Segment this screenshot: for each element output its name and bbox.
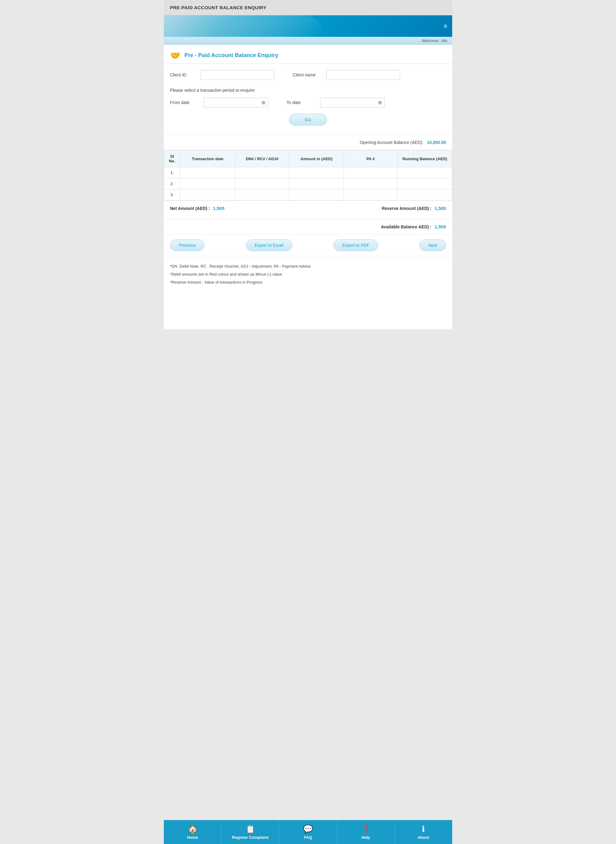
input-rb-3[interactable] xyxy=(397,189,452,200)
welcome-bar: Welcome : Abi xyxy=(164,37,452,45)
welcome-text: Welcome : Abi xyxy=(422,38,447,43)
menu-icon[interactable]: ≡ xyxy=(444,23,447,30)
net-reserve-row: Net Amount (AED) : 1,500 Reserve Amount … xyxy=(170,205,446,211)
col-dn-rc-adj: DN# / RC# / ADJ# xyxy=(235,150,289,167)
client-row: Client ID Client name xyxy=(170,70,446,80)
opening-balance-label: Opening Account Balance (AED): xyxy=(360,140,423,145)
available-balance-section: Available Balance AED) : 1,500 xyxy=(164,219,452,235)
date-row: From date ⊞ To date ⊞ xyxy=(170,98,446,107)
page-header: 🤝 Pre - Paid Account Balance Enquiry xyxy=(164,45,452,64)
opening-balance-value: 10,000.00 xyxy=(427,140,446,145)
to-calendar-icon[interactable]: ⊞ xyxy=(376,98,384,107)
net-amount-label: Net Amount (AED) : xyxy=(170,206,210,211)
cell-dn-2[interactable] xyxy=(235,178,289,189)
row-num-3: 3. xyxy=(164,189,180,200)
handshake-icon: 🤝 xyxy=(170,50,181,60)
page-title: Pre - Paid Account Balance Enquiry xyxy=(184,52,278,59)
client-name-input[interactable] xyxy=(326,70,400,80)
input-rb-2[interactable] xyxy=(397,178,452,189)
title-text: PRE-PAID ACCOUNT BALANCE ENQUIRY xyxy=(170,5,267,10)
note-3: *Reserve Amount : Value of transactions … xyxy=(170,278,446,286)
input-pa-3[interactable] xyxy=(344,189,397,200)
available-balance-label: Available Balance AED) : xyxy=(381,225,432,229)
cell-date-3[interactable] xyxy=(180,189,235,200)
note-1: *DN .Debit Note, RC . Receipt Voucher, A… xyxy=(170,263,446,270)
input-amount-3[interactable] xyxy=(289,189,343,200)
reserve-amount-value: 1,500 xyxy=(434,205,446,211)
cell-dn-1[interactable] xyxy=(235,167,289,178)
notes-section: *DN .Debit Note, RC . Receipt Voucher, A… xyxy=(164,256,452,292)
row-num-1: 1. xyxy=(164,167,180,178)
from-date-input[interactable] xyxy=(204,98,259,107)
table-row: 1. xyxy=(164,167,452,178)
col-si-no: SI No. xyxy=(164,150,180,167)
cell-amount-1[interactable] xyxy=(289,167,343,178)
col-transaction-date: Transaction date xyxy=(180,150,235,167)
main-content: 🤝 Pre - Paid Account Balance Enquiry Cli… xyxy=(164,45,452,329)
client-id-input[interactable] xyxy=(201,70,274,80)
reserve-group: Reserve Amount (AED) : 1,500 xyxy=(381,205,446,211)
go-btn-row: Go xyxy=(170,107,446,129)
table-header-row: SI No. Transaction date DN# / RC# / ADJ#… xyxy=(164,150,452,167)
table-row: 3. xyxy=(164,189,452,200)
period-label: Please select a transaction period to en… xyxy=(170,85,446,98)
reserve-amount-label: Reserve Amount (AED) : xyxy=(381,206,431,211)
from-date-label: From date xyxy=(170,100,201,105)
form-section: Client ID Client name Please select a tr… xyxy=(164,64,452,135)
input-amount-1[interactable] xyxy=(289,167,343,178)
export-pdf-button[interactable]: Export to PDF xyxy=(333,239,378,251)
to-date-label: To date xyxy=(286,100,317,105)
input-date-2[interactable] xyxy=(180,178,235,189)
next-button[interactable]: Next xyxy=(419,239,446,251)
input-date-1[interactable] xyxy=(180,167,235,178)
col-pa: PA # xyxy=(343,150,397,167)
table-row: 2. xyxy=(164,178,452,189)
cell-pa-3[interactable] xyxy=(343,189,397,200)
cell-date-2[interactable] xyxy=(180,178,235,189)
input-dn-3[interactable] xyxy=(235,189,289,200)
header-blue: ≡ xyxy=(164,15,452,37)
from-date-group: From date ⊞ xyxy=(170,98,268,107)
from-date-wrapper: ⊞ xyxy=(204,98,268,107)
input-pa-1[interactable] xyxy=(344,167,397,178)
input-dn-2[interactable] xyxy=(235,178,289,189)
input-rb-1[interactable] xyxy=(397,167,452,178)
opening-balance-row: Opening Account Balance (AED): 10,000.00 xyxy=(164,135,452,150)
cell-dn-3[interactable] xyxy=(235,189,289,200)
input-dn-1[interactable] xyxy=(235,167,289,178)
cell-date-1[interactable] xyxy=(180,167,235,178)
note-2: *Debit amounts are in Red colour and sho… xyxy=(170,270,446,278)
cell-rb-3[interactable] xyxy=(397,189,452,200)
data-table: SI No. Transaction date DN# / RC# / ADJ#… xyxy=(164,150,452,200)
cell-amount-3[interactable] xyxy=(289,189,343,200)
from-calendar-icon[interactable]: ⊞ xyxy=(259,98,268,107)
cell-rb-1[interactable] xyxy=(397,167,452,178)
input-amount-2[interactable] xyxy=(289,178,343,189)
nav-buttons: Previous Export to Excel Export to PDF N… xyxy=(164,235,452,256)
cell-pa-1[interactable] xyxy=(343,167,397,178)
net-amount-value: 1,500 xyxy=(213,205,224,211)
export-excel-button[interactable]: Export to Excel xyxy=(246,239,292,251)
input-pa-2[interactable] xyxy=(344,178,397,189)
summary-section: Net Amount (AED) : 1,500 Reserve Amount … xyxy=(164,200,452,219)
client-name-label: Client name xyxy=(293,72,326,77)
cell-amount-2[interactable] xyxy=(289,178,343,189)
cell-pa-2[interactable] xyxy=(343,178,397,189)
col-running-balance: Running Balance (AED) xyxy=(397,150,452,167)
available-balance-value: 1,500 xyxy=(434,224,446,229)
col-amount: Amount in (AED) xyxy=(289,150,343,167)
client-id-label: Client ID xyxy=(170,72,201,77)
to-date-input[interactable] xyxy=(321,98,376,107)
bottom-spacer xyxy=(164,292,452,329)
to-date-wrapper: ⊞ xyxy=(320,98,385,107)
cell-rb-2[interactable] xyxy=(397,178,452,189)
go-button[interactable]: Go xyxy=(289,113,327,126)
title-bar: PRE-PAID ACCOUNT BALANCE ENQUIRY xyxy=(164,0,452,15)
input-date-3[interactable] xyxy=(180,189,235,200)
to-date-group: To date ⊞ xyxy=(286,98,385,107)
previous-button[interactable]: Previous xyxy=(170,239,204,251)
row-num-2: 2. xyxy=(164,178,180,189)
